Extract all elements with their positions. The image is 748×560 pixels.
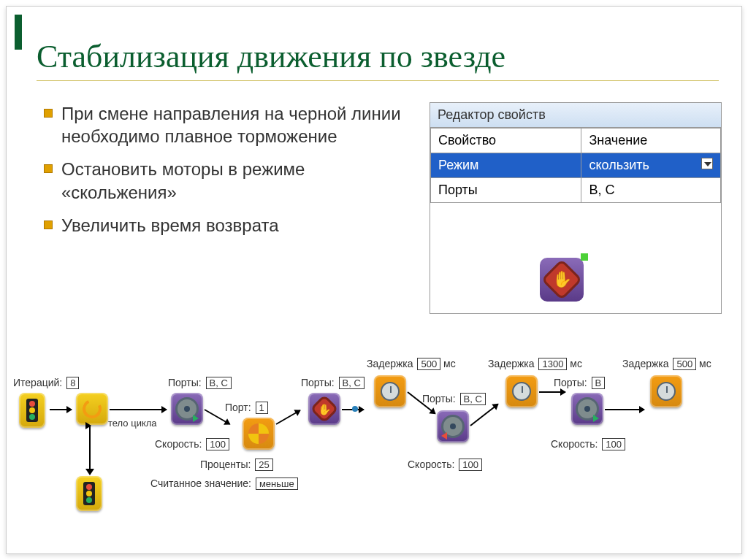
ports-label: Порты: B, C: [422, 393, 486, 405]
prop-value: B, C: [581, 178, 721, 203]
slide-title: Стабилизация движения по звезде: [37, 38, 505, 75]
stop-motor-block-icon[interactable]: ✋: [540, 258, 584, 302]
connector-dot-icon: [352, 406, 358, 412]
panel-heading: Редактор свойств: [430, 103, 721, 128]
property-editor-panel: Редактор свойств Свойство Значение Режим…: [430, 102, 722, 314]
port-label: Порт: 1: [225, 402, 268, 414]
arrow-down-icon: [89, 425, 91, 470]
delay-label: Задержка 1300 мс: [488, 358, 582, 370]
loop-body-label: тело цикла: [108, 418, 157, 429]
start-block[interactable]: [19, 393, 45, 428]
table-header-row: Свойство Значение: [431, 129, 721, 153]
flow-diagram: Итераций: 8 тело цикла Порты: B, C Скоро…: [9, 350, 739, 540]
bullet-item: Остановить моторы в режиме «скольжения»: [44, 158, 409, 203]
prop-value[interactable]: скользить: [581, 153, 721, 178]
col-value: Значение: [581, 129, 721, 153]
delay-block[interactable]: [505, 375, 538, 407]
iterations-label: Итераций: 8: [13, 377, 79, 389]
traffic-light-icon: [83, 482, 95, 505]
arrowhead-icon: [85, 469, 94, 475]
speed-label: Скорость: 100: [155, 438, 229, 450]
read-value-label: Считанное значение: меньше: [150, 477, 298, 490]
clock-icon: [512, 382, 531, 401]
arrow-right-icon: [193, 415, 199, 422]
arrow-icon: [276, 410, 301, 425]
property-table: Свойство Значение Режим скользить Порты …: [430, 128, 721, 203]
ports-label: Порты: B, C: [168, 377, 232, 389]
speed-label: Скорость: 100: [551, 438, 625, 450]
motor-block[interactable]: [171, 393, 203, 425]
title-accent: [15, 15, 22, 50]
speed-label: Скорость: 100: [408, 459, 482, 471]
arrow-icon: [539, 391, 565, 393]
stop-sign-icon: ✋: [541, 259, 583, 301]
table-row-mode[interactable]: Режим скользить: [431, 153, 721, 178]
arrow-icon: [470, 404, 498, 426]
bullet-list: При смене направления на черной линии не…: [44, 102, 409, 247]
title-rule: [37, 80, 719, 81]
delay-label: Задержка 500 мс: [367, 358, 456, 370]
delay-block[interactable]: [650, 375, 682, 407]
delay-label: Задержка 500 мс: [622, 358, 711, 370]
loop-block[interactable]: [76, 393, 108, 425]
traffic-light-icon: [26, 399, 38, 422]
clock-icon: [657, 382, 676, 401]
table-row-ports[interactable]: Порты B, C: [431, 178, 721, 203]
sensor-icon: [248, 423, 269, 444]
prop-name: Режим: [431, 153, 581, 178]
loop-icon: [80, 396, 104, 421]
stop-motor-block[interactable]: ✋: [308, 393, 340, 425]
end-block[interactable]: [76, 476, 102, 511]
ports-label: Порты: B: [554, 377, 605, 389]
delay-block[interactable]: [374, 375, 406, 407]
hand-icon: ✋: [552, 272, 572, 288]
bullet-item: При смене направления на черной линии не…: [44, 102, 409, 147]
stop-sign-icon: ✋: [310, 394, 339, 423]
sensor-block[interactable]: [243, 418, 275, 450]
prop-name: Порты: [431, 178, 581, 203]
motor-block[interactable]: [571, 393, 603, 425]
arrow-left-icon: [441, 432, 447, 440]
indicator-dot: [581, 253, 588, 261]
clock-icon: [381, 382, 400, 401]
ports-label: Порты: B, C: [301, 377, 365, 389]
col-property: Свойство: [431, 129, 581, 153]
percent-label: Проценты: 25: [200, 459, 273, 471]
dropdown-icon[interactable]: [701, 158, 713, 169]
arrow-right-icon: [593, 415, 599, 422]
bullet-item: Увеличить время возврата: [44, 214, 409, 237]
arrow-icon: [50, 409, 72, 410]
motor-reverse-block[interactable]: [437, 410, 469, 442]
arrow-icon: [605, 409, 644, 410]
hand-icon: ✋: [318, 404, 332, 415]
arrow-icon: [110, 409, 167, 410]
